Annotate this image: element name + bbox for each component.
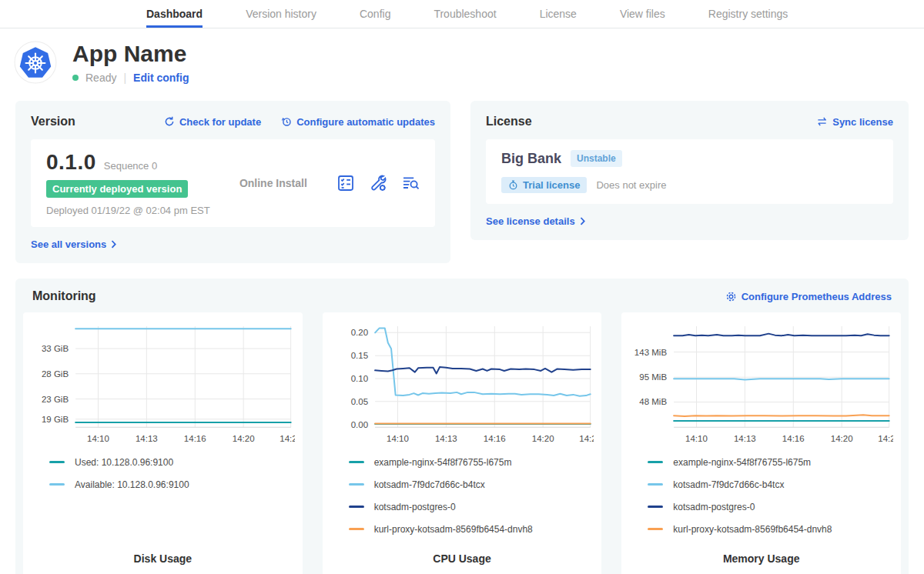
svg-text:14:10: 14:10 [685,434,708,443]
legend-swatch [648,461,663,463]
version-card-title: Version [31,115,75,128]
legend-label: Available: 10.128.0.96:9100 [75,479,189,490]
svg-text:14:16: 14:16 [184,434,206,443]
svg-text:0.00: 0.00 [350,420,367,429]
svg-text:14:10: 14:10 [87,434,109,443]
memory-usage-chart-card: 48 MiB95 MiB143 MiB14:1014:1314:1614:201… [621,312,901,574]
disk-usage-chart-card: 19 GiB23 GiB28 GiB33 GiB14:1014:1314:161… [23,312,303,574]
legend-label: example-nginx-54f8f76755-l675m [673,457,811,468]
legend-item: Used: 10.128.0.96:9100 [49,451,295,473]
svg-text:95 MiB: 95 MiB [640,372,668,382]
svg-text:0.15: 0.15 [350,351,367,360]
deploy-logs-icon[interactable] [401,174,420,192]
legend-swatch [49,483,65,486]
schedule-icon [281,116,292,127]
legend-item: example-nginx-54f8f76755-l675m [648,451,893,473]
license-card-title: License [486,115,532,128]
status-dot [72,75,79,81]
configure-icon[interactable] [369,174,387,192]
legend-swatch [648,506,663,508]
svg-text:14:13: 14:13 [734,434,756,443]
svg-text:23 GiB: 23 GiB [42,395,69,404]
legend-swatch [349,506,364,508]
stopwatch-icon [508,180,518,190]
svg-text:14:20: 14:20 [233,434,255,443]
tab-registry-settings[interactable]: Registry settings [708,0,788,28]
svg-text:19 GiB: 19 GiB [42,415,69,424]
legend-item: kurl-proxy-kotsadm-8569fb6454-dnvh8 [349,518,594,540]
preflight-checks-icon[interactable] [336,174,355,192]
chevron-right-icon [580,217,586,225]
chevron-right-icon [111,240,117,249]
legend-item: kotsadm-postgres-0 [349,496,594,518]
gear-icon [725,291,737,302]
legend-item: kotsadm-7f9dc7d66c-b4tcx [349,473,594,496]
current-version-row: 0.1.0 Sequence 0 Currently deployed vers… [31,139,435,227]
svg-text:14:23: 14:23 [579,434,594,443]
svg-text:14:13: 14:13 [435,434,457,443]
memory-usage-line-chart: 48 MiB95 MiB143 MiB14:1014:1314:1614:201… [629,322,893,445]
cpu-usage-line-chart: 0.000.050.100.150.2014:1014:1314:1614:20… [330,322,594,445]
legend-swatch [349,483,364,486]
disk-usage-legend: Used: 10.128.0.96:9100Available: 10.128.… [31,445,295,496]
edit-config-link[interactable]: Edit config [133,72,189,84]
svg-text:28 GiB: 28 GiB [42,369,69,379]
trial-license-badge: Trial license [501,177,587,193]
svg-text:14:10: 14:10 [387,434,409,443]
monitoring-title: Monitoring [32,289,96,303]
sync-license-link[interactable]: Sync license [816,116,893,128]
refresh-icon [164,116,175,127]
legend-swatch [648,483,663,486]
disk-usage-line-chart: 19 GiB23 GiB28 GiB33 GiB14:1014:1314:161… [31,322,295,445]
tab-view-files[interactable]: View files [620,0,665,28]
memory-usage-legend: example-nginx-54f8f76755-l675mkotsadm-7f… [629,445,893,540]
svg-text:14:13: 14:13 [136,434,158,443]
legend-label: kotsadm-7f9dc7d66c-b4tcx [374,479,485,490]
legend-label: kurl-proxy-kotsadm-8569fb6454-dnvh8 [673,524,832,535]
divider: | [123,72,126,84]
legend-swatch [349,528,364,530]
channel-badge: Unstable [571,150,622,167]
legend-item: example-nginx-54f8f76755-l675m [349,451,594,473]
version-card: Version Check for update Configure autom… [15,101,450,263]
legend-swatch [349,461,364,463]
legend-label: Used: 10.128.0.96:9100 [75,457,173,468]
configure-automatic-updates-link[interactable]: Configure automatic updates [281,116,435,128]
svg-text:14:16: 14:16 [484,434,506,443]
svg-text:14:23: 14:23 [280,434,294,443]
legend-item: Available: 10.128.0.96:9100 [49,473,295,496]
page-title: App Name [72,41,189,66]
legend-label: kotsadm-postgres-0 [673,502,755,512]
chart-title: CPU Usage [330,540,594,571]
top-nav: DashboardVersion historyConfigTroublesho… [0,0,924,28]
check-for-update-link[interactable]: Check for update [164,116,261,128]
configure-prometheus-link[interactable]: Configure Prometheus Address [725,291,892,302]
license-card: License Sync license Big Bank Unstable T… [470,101,909,240]
version-sequence: Sequence 0 [104,160,157,172]
svg-text:33 GiB: 33 GiB [42,344,69,353]
tab-dashboard[interactable]: Dashboard [146,0,203,28]
app-header: App Name Ready | Edit config [0,28,924,96]
chart-title: Disk Usage [31,540,295,571]
deployed-timestamp: Deployed 01/19/22 @ 02:04 pm EST [46,205,210,216]
legend-item: kurl-proxy-kotsadm-8569fb6454-dnvh8 [648,518,893,540]
svg-text:14:20: 14:20 [531,434,554,443]
chart-title: Memory Usage [629,540,893,571]
see-all-versions-link[interactable]: See all versions [31,239,117,250]
legend-swatch [648,528,663,530]
tab-troubleshoot[interactable]: Troubleshoot [434,0,496,28]
tab-version-history[interactable]: Version history [246,0,316,28]
legend-label: kurl-proxy-kotsadm-8569fb6454-dnvh8 [374,524,533,535]
legend-item: kotsadm-7f9dc7d66c-b4tcx [648,473,893,496]
version-number: 0.1.0 [46,150,96,175]
legend-swatch [49,461,65,463]
legend-item: kotsadm-postgres-0 [648,496,893,518]
svg-text:14:23: 14:23 [879,434,893,443]
sync-icon [816,116,828,127]
svg-text:0.05: 0.05 [350,397,367,406]
svg-text:14:16: 14:16 [782,434,805,443]
tab-license[interactable]: License [540,0,577,28]
cpu-usage-chart-card: 0.000.050.100.150.2014:1014:1314:1614:20… [323,312,602,574]
see-license-details-link[interactable]: See license details [486,215,586,227]
tab-config[interactable]: Config [360,0,390,28]
